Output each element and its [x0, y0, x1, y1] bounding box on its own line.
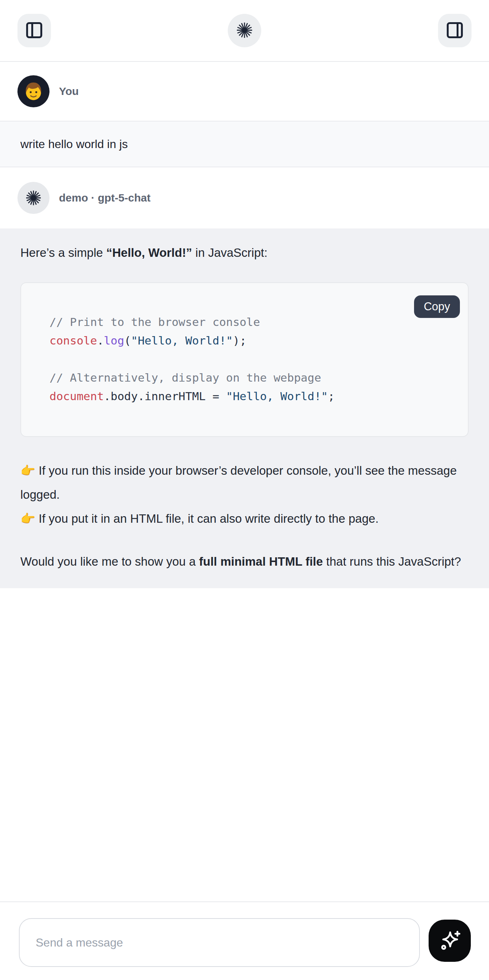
- message-input[interactable]: [19, 918, 420, 967]
- model-logo-button[interactable]: [228, 14, 261, 47]
- assistant-question-paragraph: Would you like me to show you a full min…: [21, 550, 468, 574]
- tip-line-2: 👉 If you put it in an HTML file, it can …: [21, 507, 468, 531]
- top-bar: [0, 0, 489, 62]
- code-line: document.body.innerHTML = "Hello, World!…: [49, 387, 453, 406]
- code-line: // Alternatively, display on the webpage: [49, 369, 453, 387]
- user-message-bubble: write hello world in js: [0, 121, 489, 167]
- assistant-author-row: demo · gpt-5-chat: [0, 167, 489, 228]
- sparkles-icon: [438, 929, 461, 953]
- tip-line-1: 👉 If you run this inside your browser’s …: [21, 459, 468, 507]
- question-bold-text: full minimal HTML file: [199, 555, 323, 568]
- send-button[interactable]: [428, 920, 471, 962]
- code-block-card: Copy // Print to the browser console con…: [21, 282, 468, 437]
- sidebar-toggle-button[interactable]: [18, 14, 51, 47]
- code-line-empty: [49, 350, 453, 369]
- assistant-message: Here’s a simple “Hello, World!” in JavaS…: [0, 228, 489, 588]
- user-author-label: You: [59, 85, 79, 97]
- right-panel-toggle-button[interactable]: [438, 14, 471, 47]
- assistant-model-label: demo · gpt-5-chat: [59, 192, 151, 204]
- assistant-intro-text: Here’s a simple “Hello, World!” in JavaS…: [21, 241, 468, 265]
- panel-right-icon: [445, 21, 464, 41]
- user-avatar-emoji: [18, 75, 49, 107]
- panel-left-icon: [25, 21, 44, 41]
- assistant-avatar: [18, 182, 49, 214]
- composer-bar: [0, 901, 489, 980]
- code-line: // Print to the browser console: [49, 313, 453, 331]
- user-author-row: You: [0, 62, 489, 121]
- starburst-logo-icon: [236, 21, 253, 40]
- copy-button[interactable]: Copy: [414, 295, 460, 318]
- assistant-tips-paragraph: 👉 If you run this inside your browser’s …: [21, 459, 468, 531]
- intro-bold-text: “Hello, World!”: [106, 246, 192, 259]
- code-block: // Print to the browser console console.…: [21, 283, 468, 436]
- user-message-text: write hello world in js: [21, 132, 468, 156]
- code-line: console.log("Hello, World!");: [49, 331, 453, 350]
